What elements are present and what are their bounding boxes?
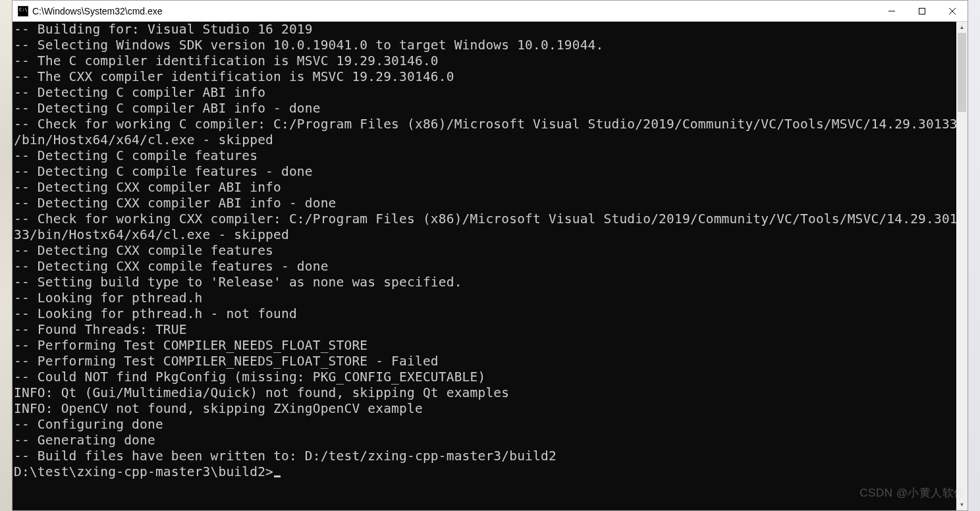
- background-right-strip: [968, 0, 980, 511]
- terminal-line: -- Detecting C compile features - done: [14, 164, 956, 180]
- terminal-line: -- Configuring done: [14, 417, 956, 433]
- terminal-line: -- Looking for pthread.h - not found: [14, 306, 956, 322]
- terminal-output[interactable]: -- Building for: Visual Studio 16 2019--…: [13, 22, 956, 510]
- titlebar[interactable]: C:\Windows\System32\cmd.exe: [13, 1, 967, 22]
- window-title: C:\Windows\System32\cmd.exe: [32, 6, 163, 16]
- terminal-line: -- Detecting C compiler ABI info - done: [14, 101, 956, 117]
- terminal-line: INFO: Qt (Gui/Multimedia/Quick) not foun…: [14, 385, 956, 401]
- terminal-line: INFO: OpenCV not found, skipping ZXingOp…: [14, 401, 956, 417]
- cmd-icon: [18, 6, 28, 16]
- terminal-line: -- Detecting CXX compiler ABI info - don…: [14, 196, 956, 211]
- terminal-line: -- Building for: Visual Studio 16 2019: [14, 22, 956, 38]
- minimize-button[interactable]: [877, 1, 907, 22]
- close-button[interactable]: [937, 1, 967, 22]
- terminal-line: -- Generating done: [14, 433, 956, 448]
- terminal-line: -- Could NOT find PkgConfig (missing: PK…: [14, 369, 956, 385]
- scroll-down-button[interactable]: ▼: [956, 499, 967, 510]
- terminal-line: -- Build files have been written to: D:/…: [14, 448, 956, 464]
- terminal-line: -- Detecting CXX compile features - done: [14, 259, 956, 275]
- terminal-line: -- Check for working CXX compiler: C:/Pr…: [14, 211, 956, 227]
- svg-rect-1: [919, 8, 925, 14]
- terminal-line: /bin/Hostx64/x64/cl.exe - skipped: [14, 132, 956, 148]
- terminal-line: -- Detecting C compile features: [14, 148, 956, 164]
- terminal-line: -- Detecting CXX compiler ABI info: [14, 180, 956, 196]
- maximize-button[interactable]: [907, 1, 937, 22]
- terminal-line: -- Check for working C compiler: C:/Prog…: [14, 117, 956, 132]
- terminal-line: -- Selecting Windows SDK version 10.0.19…: [14, 38, 956, 53]
- terminal-line: -- Setting build type to 'Release' as no…: [14, 275, 956, 290]
- cmd-window: C:\Windows\System32\cmd.exe -- Building …: [12, 0, 968, 511]
- terminal-line: -- Performing Test COMPILER_NEEDS_FLOAT_…: [14, 338, 956, 354]
- terminal-cursor: [274, 475, 281, 477]
- terminal-line: -- Detecting C compiler ABI info: [14, 85, 956, 101]
- terminal-line: -- Performing Test COMPILER_NEEDS_FLOAT_…: [14, 354, 956, 369]
- background-left-strip: [0, 0, 13, 511]
- scroll-up-button[interactable]: ▲: [956, 22, 967, 33]
- vertical-scrollbar[interactable]: ▲ ▼: [956, 22, 967, 510]
- terminal-line: -- The C compiler identification is MSVC…: [14, 53, 956, 69]
- terminal-line: -- Found Threads: TRUE: [14, 322, 956, 338]
- terminal-prompt[interactable]: D:\test\zxing-cpp-master3\build2>: [14, 464, 956, 480]
- terminal-line: -- Looking for pthread.h: [14, 290, 956, 306]
- terminal-line: 33/bin/Hostx64/x64/cl.exe - skipped: [14, 227, 956, 243]
- terminal-line: -- Detecting CXX compile features: [14, 243, 956, 259]
- scroll-thumb[interactable]: [958, 33, 966, 112]
- terminal-line: -- The CXX compiler identification is MS…: [14, 69, 956, 85]
